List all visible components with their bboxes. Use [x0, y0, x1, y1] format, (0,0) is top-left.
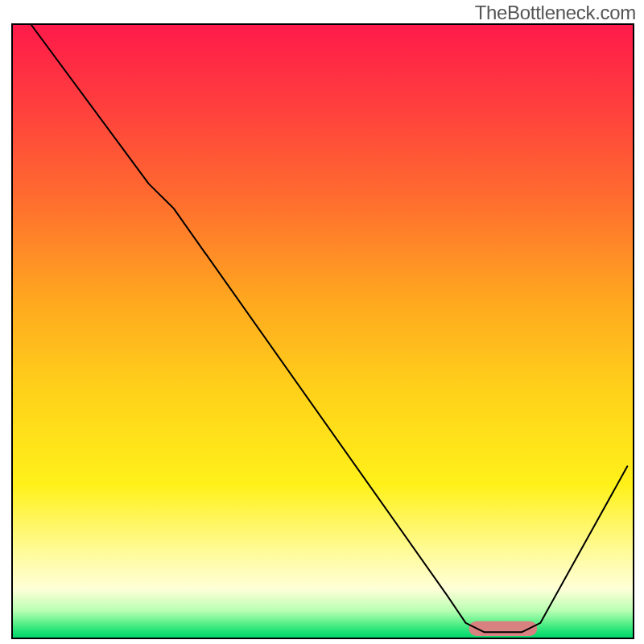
- watermark-text: TheBottleneck.com: [475, 2, 636, 24]
- bottleneck-chart: [0, 0, 644, 644]
- optimal-marker: [469, 621, 537, 636]
- chart-container: TheBottleneck.com: [0, 0, 644, 644]
- gradient-background: [12, 24, 634, 638]
